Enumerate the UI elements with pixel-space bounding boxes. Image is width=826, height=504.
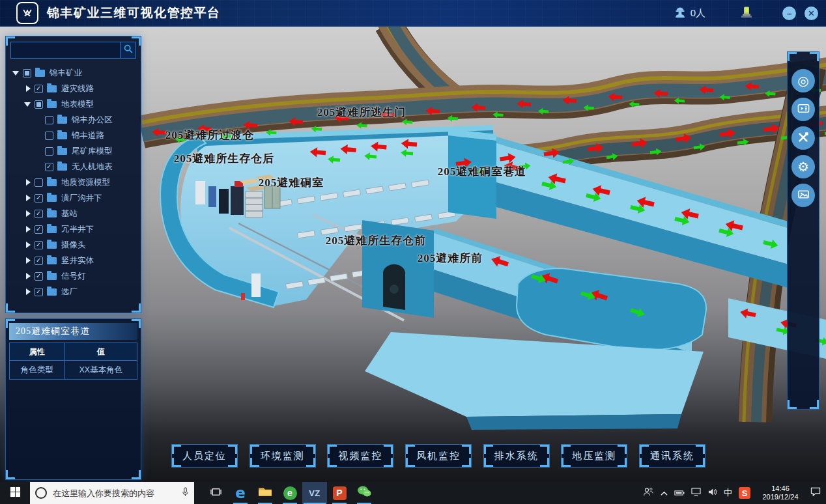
network-icon[interactable]	[691, 487, 701, 499]
value-cell: XX基本角色	[64, 361, 137, 380]
speaker-icon[interactable]	[707, 487, 717, 499]
green-browser-button[interactable]: e	[278, 482, 302, 504]
ime-indicator[interactable]: 中	[724, 487, 732, 499]
expander-icon[interactable]	[24, 194, 32, 202]
checkbox[interactable]	[35, 210, 43, 218]
expander-icon[interactable]	[24, 100, 32, 108]
tree-item[interactable]: 选厂	[6, 284, 141, 300]
viz-app-icon: VZ	[309, 488, 320, 498]
tree-item[interactable]: 尾矿库模型	[6, 143, 141, 159]
tree-item[interactable]: 竖井实体	[6, 253, 141, 268]
properties-title: 205避难硐室巷道	[9, 323, 137, 340]
folder-icon	[47, 226, 57, 233]
checkbox[interactable]	[35, 194, 43, 203]
environment-monitor-button[interactable]: 环境监测	[249, 444, 316, 468]
task-view-button[interactable]	[203, 482, 228, 504]
expander-icon[interactable]	[24, 178, 32, 186]
expander-icon[interactable]	[24, 288, 32, 296]
folder-icon	[47, 257, 57, 264]
folder-icon	[57, 148, 67, 155]
tree-item[interactable]: 无人机地表	[6, 159, 141, 175]
scene-label: 205避难所生存仓后	[174, 151, 275, 166]
checkbox[interactable]	[35, 272, 43, 281]
close-button[interactable]: ✕	[805, 7, 818, 20]
chevron-up-icon[interactable]	[661, 487, 668, 499]
tree-item[interactable]: 潢厂沟井下	[6, 190, 141, 206]
miner-icon	[674, 5, 687, 21]
image-icon	[797, 188, 810, 203]
sogou-icon[interactable]: S	[739, 487, 750, 499]
tools-button[interactable]	[791, 126, 815, 150]
cortana-ring-icon	[35, 487, 47, 499]
tree-item[interactable]: 地质资源模型	[6, 175, 141, 190]
tree-item[interactable]: 冗半井下	[6, 221, 141, 237]
expander-icon[interactable]	[12, 69, 20, 77]
folder-icon	[47, 273, 57, 280]
expander-icon[interactable]	[24, 225, 32, 233]
page-title: 锦丰矿业三维可视化管控平台	[47, 5, 221, 21]
video-player-icon	[797, 102, 810, 117]
checkbox[interactable]	[45, 116, 53, 124]
people-icon[interactable]	[643, 486, 654, 499]
video-monitor-button[interactable]: 视频监控	[327, 444, 393, 468]
expander-icon[interactable]	[24, 85, 32, 92]
checkbox[interactable]	[35, 225, 43, 234]
minimize-button[interactable]: –	[782, 7, 796, 20]
tree-item[interactable]: 锦丰办公区	[6, 112, 141, 128]
title-bar: 锦丰矿业三维可视化管控平台 0人 – ✕	[0, 0, 826, 27]
layer-search-input[interactable]	[10, 42, 120, 59]
viewport: 205避难所逃生门 205避难所过渡仓 205避难所生存仓后 205避难硐室 2…	[0, 26, 826, 482]
checkbox[interactable]	[35, 100, 43, 109]
tree-item[interactable]: 避灾线路	[6, 81, 141, 96]
folder-icon	[47, 179, 57, 186]
fan-monitor-button[interactable]: 风机监控	[405, 444, 472, 468]
folder-icon	[47, 288, 57, 296]
checkbox[interactable]	[45, 147, 53, 156]
battery-icon[interactable]	[674, 487, 685, 499]
image-button[interactable]	[791, 184, 815, 207]
viz-app-button[interactable]: VZ	[302, 482, 327, 504]
task-view-icon	[210, 486, 221, 500]
taskbar-search-box[interactable]	[30, 482, 194, 504]
checkbox[interactable]	[35, 288, 43, 296]
wechat-button[interactable]	[352, 482, 377, 504]
personnel-location-button[interactable]: 人员定位	[171, 444, 238, 468]
powerpoint-button[interactable]: P	[327, 482, 352, 504]
column-header: 属性	[10, 343, 65, 361]
taskbar-search-input[interactable]	[51, 488, 177, 499]
disc-view-button[interactable]: ◎	[791, 69, 815, 92]
expander-icon[interactable]	[24, 210, 32, 217]
properties-panel: 205避难硐室巷道 属性 值 角色类型 XX基本角色	[5, 318, 141, 480]
tree-item[interactable]: 摄像头	[6, 237, 141, 253]
action-center-icon[interactable]	[810, 487, 821, 499]
wechat-icon	[357, 485, 371, 501]
start-button[interactable]	[0, 482, 30, 504]
expander-icon[interactable]	[24, 272, 32, 280]
expander-icon[interactable]	[24, 257, 32, 264]
tree-item[interactable]: 信号灯	[6, 268, 141, 284]
checkbox[interactable]	[45, 163, 53, 171]
video-player-button[interactable]	[791, 98, 815, 121]
checkbox[interactable]	[45, 132, 53, 140]
tree-item[interactable]: 地表模型	[6, 96, 141, 112]
tree-item[interactable]: 基站	[6, 206, 141, 221]
settings-button[interactable]: ⚙	[791, 155, 815, 178]
checkbox[interactable]	[35, 257, 43, 265]
checkbox[interactable]	[23, 69, 31, 77]
ground-pressure-button[interactable]: 地压监测	[561, 444, 627, 468]
table-row: 角色类型 XX基本角色	[10, 361, 137, 380]
tools-icon	[797, 132, 809, 145]
tree-item[interactable]: 锦丰矿业	[6, 65, 141, 81]
microphone-icon[interactable]	[182, 487, 189, 499]
taskbar-clock[interactable]: 14:46 2019/12/24	[757, 484, 804, 501]
search-button[interactable]	[120, 42, 136, 59]
checkbox[interactable]	[35, 85, 43, 93]
edge-taskbar-button[interactable]: e	[228, 482, 253, 504]
checkbox[interactable]	[35, 241, 43, 249]
file-explorer-button[interactable]	[253, 482, 278, 504]
expander-icon[interactable]	[24, 241, 32, 249]
communication-system-button[interactable]: 通讯系统	[639, 444, 705, 468]
checkbox[interactable]	[35, 178, 43, 187]
drainage-system-button[interactable]: 排水系统	[483, 444, 550, 468]
tree-item[interactable]: 锦丰道路	[6, 128, 141, 143]
